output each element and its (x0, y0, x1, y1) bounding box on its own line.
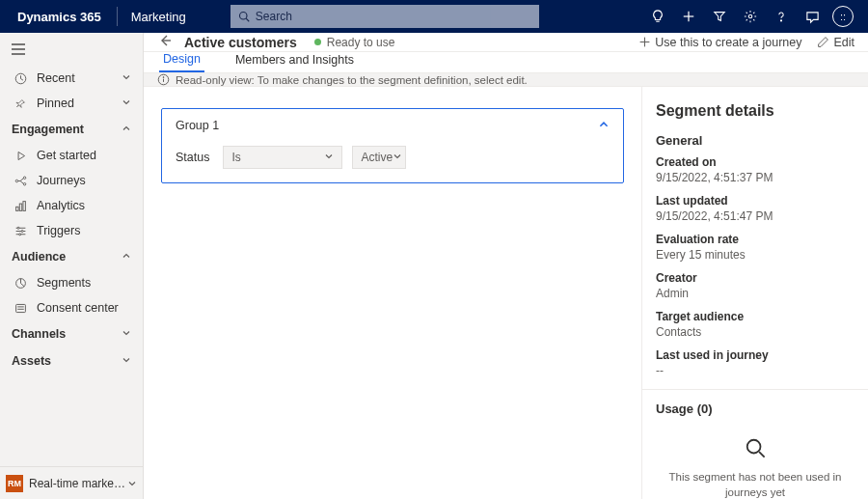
readonly-info-bar: Read-only view: To make changes to the s… (144, 73, 868, 87)
help-button[interactable] (766, 0, 797, 33)
chevron-up-icon (598, 119, 610, 130)
usage-empty-state: This segment has not been used in journe… (656, 424, 854, 499)
svg-rect-16 (22, 201, 24, 210)
svg-rect-24 (15, 304, 25, 312)
nav-group-label: Engagement (12, 123, 84, 136)
tab-members-insights[interactable]: Members and Insights (231, 53, 358, 72)
nav-segments[interactable]: Segments (0, 270, 143, 295)
analytics-icon (14, 200, 27, 212)
svg-rect-15 (19, 204, 21, 210)
chevron-down-icon (127, 479, 137, 488)
button-label: Use this to create a journey (655, 36, 801, 49)
nav-group-audience[interactable]: Audience (0, 243, 143, 270)
chevron-down-icon (324, 152, 334, 161)
status-label: Ready to use (327, 36, 395, 49)
svg-point-20 (17, 227, 19, 229)
svg-point-33 (747, 440, 761, 454)
group-header[interactable]: Group 1 (162, 109, 623, 142)
nav-label: Journeys (37, 174, 86, 187)
segment-group-card: Group 1 Status Is Active (161, 108, 624, 183)
select-value: Active (361, 151, 393, 164)
area-switcher[interactable]: RM Real-time marketi… (0, 466, 143, 499)
nav-group-engagement[interactable]: Engagement (0, 116, 143, 143)
settings-button[interactable] (735, 0, 766, 33)
tabs: Design Members and Insights (144, 52, 868, 73)
nav-recent[interactable]: Recent (0, 66, 143, 91)
consent-icon (14, 302, 27, 315)
field-last-updated: Last updated 9/15/2022, 4:51:47 PM (656, 194, 854, 223)
arrow-left-icon (157, 33, 173, 48)
chevron-down-icon (122, 328, 131, 338)
info-icon (157, 73, 170, 86)
condition-operator-select[interactable]: Is (223, 146, 342, 169)
svg-point-11 (15, 180, 17, 181)
page-title: Active customers (184, 35, 297, 50)
edit-button[interactable]: Edit (817, 36, 854, 49)
chevron-up-icon (122, 124, 131, 133)
details-divider (642, 389, 868, 390)
area-badge: RM (6, 475, 23, 492)
assistant-button[interactable] (642, 0, 673, 33)
question-icon (774, 10, 788, 23)
field-last-used: Last used in journey -- (656, 348, 854, 377)
status-indicator-dot (314, 39, 321, 45)
triggers-icon (14, 225, 27, 237)
details-section-usage: Usage (0) (656, 402, 854, 416)
nav-label: Triggers (37, 224, 80, 237)
nav-get-started[interactable]: Get started (0, 143, 143, 168)
svg-point-0 (239, 13, 247, 20)
nav-label: Recent (37, 71, 75, 85)
details-title: Segment details (656, 102, 854, 120)
avatar-icon: :: (832, 6, 854, 27)
clock-icon (14, 72, 27, 85)
svg-point-13 (23, 182, 25, 184)
condition-value-select[interactable]: Active (352, 146, 406, 169)
svg-point-22 (18, 233, 20, 235)
info-text: Read-only view: To make changes to the s… (176, 74, 528, 86)
pencil-icon (817, 36, 829, 48)
search-placeholder: Search (256, 10, 292, 23)
brand-divider (117, 7, 118, 26)
nav-analytics[interactable]: Analytics (0, 193, 143, 218)
module-label[interactable]: Marketing (125, 10, 192, 24)
back-button[interactable] (157, 33, 173, 51)
chat-button[interactable] (797, 0, 827, 33)
search-icon (745, 437, 766, 458)
nav-consent-center[interactable]: Consent center (0, 295, 143, 320)
brand-label[interactable]: Dynamics 365 (10, 10, 109, 24)
button-label: Edit (833, 36, 854, 49)
create-journey-button[interactable]: Use this to create a journey (638, 36, 801, 49)
svg-point-6 (780, 20, 781, 21)
site-map: Recent Pinned Engagement Get started Jou… (0, 33, 144, 499)
add-button[interactable] (673, 0, 704, 33)
account-button[interactable]: :: (827, 0, 858, 33)
chevron-down-icon (122, 355, 131, 365)
svg-point-32 (163, 77, 164, 78)
nav-group-label: Channels (12, 327, 66, 341)
nav-group-channels[interactable]: Channels (0, 320, 143, 347)
play-icon (14, 150, 27, 162)
nav-group-assets[interactable]: Assets (0, 347, 143, 374)
chevron-up-icon (122, 251, 131, 261)
condition-attribute: Status (176, 151, 209, 164)
global-nav-bar: Dynamics 365 Marketing Search :: (0, 0, 868, 33)
funnel-icon (713, 10, 726, 23)
svg-point-21 (21, 230, 23, 232)
filter-button[interactable] (704, 0, 735, 33)
global-search-input[interactable]: Search (231, 5, 539, 28)
nav-triggers[interactable]: Triggers (0, 218, 143, 243)
group-title: Group 1 (176, 119, 219, 132)
nav-pinned[interactable]: Pinned (0, 91, 143, 116)
segments-icon (14, 277, 27, 290)
usage-empty-text: This segment has not been used in journe… (656, 469, 854, 499)
nav-label: Analytics (37, 199, 85, 212)
hamburger-icon (12, 43, 25, 55)
nav-label: Pinned (37, 97, 74, 110)
gear-icon (744, 10, 757, 23)
select-value: Is (231, 151, 240, 164)
svg-point-12 (23, 177, 25, 179)
nav-journeys[interactable]: Journeys (0, 168, 143, 193)
tab-design[interactable]: Design (159, 52, 204, 72)
chevron-down-icon (122, 72, 131, 82)
hamburger-button[interactable] (0, 33, 143, 66)
